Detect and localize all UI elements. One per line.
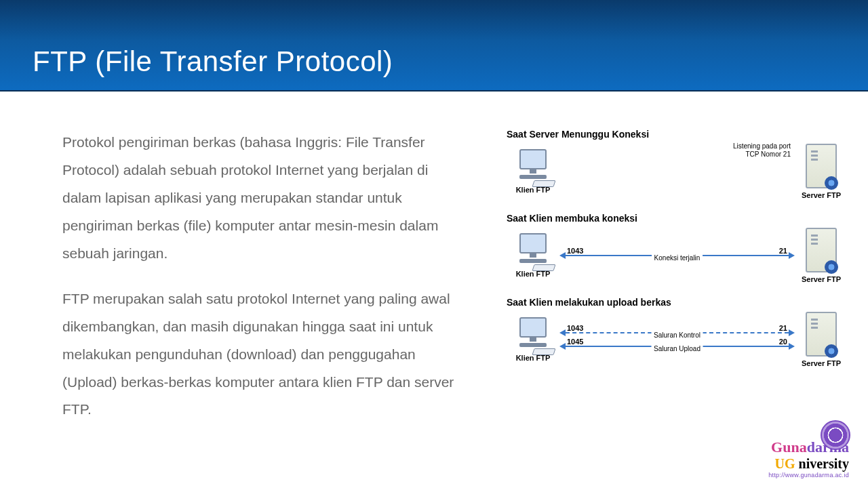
- server-node: Server FTP: [795, 228, 848, 283]
- connection-area: Listening pada port TCP Nomor 21: [559, 144, 795, 199]
- connection-label: Saluran Kontrol: [651, 331, 703, 339]
- body-text: Protokol pengiriman berkas (bahasa Inggr…: [62, 129, 459, 424]
- connection-label: Koneksi terjalin: [652, 254, 703, 262]
- logo-url: http://www.gunadarma.ac.id: [768, 472, 849, 479]
- connection-area: 104321Koneksi terjalin: [559, 228, 795, 283]
- client-node: Klien FTP: [507, 149, 559, 194]
- listening-note: Listening pada port TCP Nomor 21: [733, 142, 791, 159]
- server-icon: [806, 228, 837, 272]
- ftp-diagram: Saat Server Menunggu KoneksiKlien FTPLis…: [507, 129, 848, 424]
- connection-arrow: 104321Saluran Kontrol: [559, 328, 795, 338]
- scene-title: Saat Klien melakukan upload berkas: [507, 297, 848, 308]
- computer-icon: [514, 233, 552, 267]
- university-seal-icon: [821, 420, 850, 450]
- title-bar: FTP (File Transfer Protocol): [0, 0, 868, 92]
- port-right: 20: [779, 338, 787, 346]
- port-left: 1045: [567, 338, 583, 346]
- server-node: Server FTP: [795, 312, 848, 367]
- paragraph-2: FTP merupakan salah satu protokol Intern…: [62, 285, 459, 424]
- slide-title: FTP (File Transfer Protocol): [33, 45, 393, 78]
- footer-logo: Gunadarma UG U niversity http://www.guna…: [768, 439, 849, 479]
- computer-icon: [514, 149, 552, 183]
- port-right: 21: [779, 247, 787, 255]
- connection-arrow: 104520Saluran Upload: [559, 342, 795, 351]
- client-node: Klien FTP: [507, 233, 559, 278]
- server-node: Server FTP: [795, 144, 848, 199]
- connection-area: 104321Saluran Kontrol104520Saluran Uploa…: [559, 312, 795, 367]
- port-left: 1043: [567, 247, 583, 255]
- diagram-scene: Saat Server Menunggu KoneksiKlien FTPLis…: [507, 129, 848, 199]
- server-icon: [806, 312, 837, 357]
- connection-arrow: 104321Koneksi terjalin: [559, 251, 795, 260]
- port-left: 1043: [567, 324, 583, 332]
- diagram-scene: Saat Klien melakukan upload berkasKlien …: [507, 297, 848, 367]
- port-right: 21: [779, 324, 787, 332]
- scene-title: Saat Server Menunggu Koneksi: [507, 129, 848, 140]
- server-icon: [806, 144, 837, 188]
- connection-label: Saluran Upload: [651, 345, 703, 352]
- computer-icon: [514, 317, 552, 351]
- paragraph-1: Protokol pengiriman berkas (bahasa Inggr…: [62, 129, 459, 268]
- scene-title: Saat Klien membuka koneksi: [507, 213, 848, 224]
- client-node: Klien FTP: [507, 317, 559, 362]
- logo-line-2: UG U niversity: [768, 456, 849, 472]
- diagram-scene: Saat Klien membuka koneksiKlien FTP10432…: [507, 213, 848, 283]
